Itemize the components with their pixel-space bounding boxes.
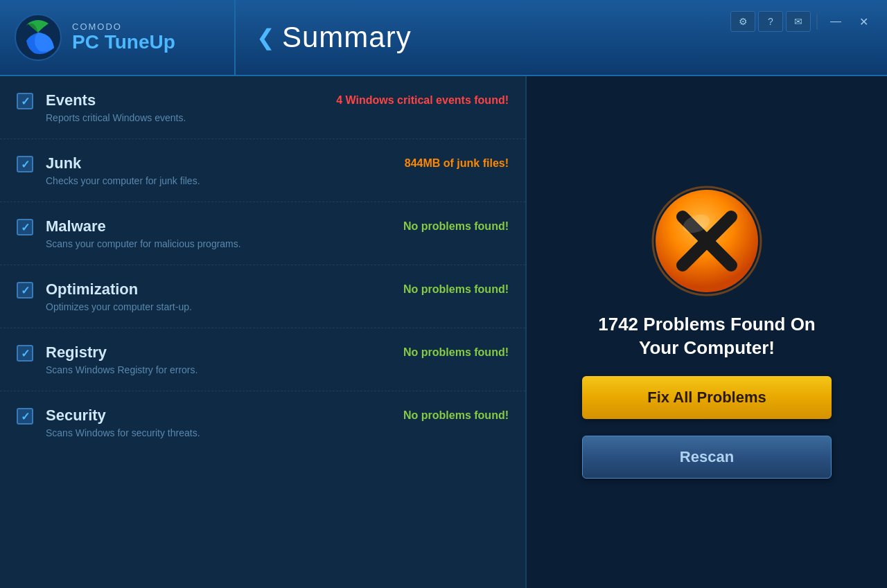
item-title-registry: Registry — [46, 344, 403, 362]
item-desc-security: Scans Windows for security threats. — [46, 427, 403, 438]
item-info-junk: Junk Checks your computer for junk files… — [46, 154, 405, 186]
item-title-events: Events — [46, 91, 336, 109]
checkbox-junk[interactable]: ✓ — [17, 156, 33, 172]
checkbox-control-junk[interactable]: ✓ — [17, 156, 33, 172]
item-status-events: 4 Windows critical events found! — [336, 94, 509, 107]
item-info-registry: Registry Scans Windows Registry for erro… — [46, 344, 403, 375]
titlebar: COMODO PC TuneUp ❮ Summary ⚙ ? ✉ — ✕ — [0, 0, 887, 76]
checkbox-control-security[interactable]: ✓ — [17, 408, 33, 425]
item-info-events: Events Reports critical Windows events. — [46, 91, 336, 123]
checkbox-control-optimization[interactable]: ✓ — [17, 282, 33, 299]
back-arrow-icon[interactable]: ❮ — [256, 26, 275, 48]
item-status-junk: 844MB of junk files! — [405, 157, 509, 170]
checkbox-security[interactable]: ✓ — [17, 408, 33, 425]
scan-item-events: ✓ Events Reports critical Windows events… — [0, 76, 525, 139]
item-status-registry: No problems found! — [403, 346, 509, 359]
settings-button[interactable]: ⚙ — [730, 11, 755, 32]
scan-item-optimization: ✓ Optimization Optimizes your computer s… — [0, 265, 525, 328]
scan-item-registry: ✓ Registry Scans Windows Registry for er… — [0, 328, 525, 391]
feedback-button[interactable]: ✉ — [786, 11, 811, 32]
item-status-malware: No problems found! — [403, 220, 509, 233]
item-info-optimization: Optimization Optimizes your computer sta… — [46, 280, 403, 312]
scan-item-junk: ✓ Junk Checks your computer for junk fil… — [0, 139, 525, 202]
problem-icon-container — [651, 186, 762, 296]
problem-x-icon — [651, 186, 762, 296]
app-logo-icon — [14, 13, 62, 62]
item-desc-events: Reports critical Windows events. — [46, 112, 336, 123]
item-desc-malware: Scans your computer for malicious progra… — [46, 238, 403, 249]
logo-area: COMODO PC TuneUp — [0, 0, 236, 75]
checkbox-check-icon: ✓ — [21, 347, 30, 360]
item-status-security: No problems found! — [403, 409, 509, 422]
checkbox-check-icon: ✓ — [21, 158, 30, 171]
checkbox-control-registry[interactable]: ✓ — [17, 345, 33, 362]
rescan-button[interactable]: Rescan — [582, 436, 832, 479]
page-title: Summary — [282, 21, 412, 54]
scan-item-malware: ✓ Malware Scans your computer for malici… — [0, 202, 525, 265]
item-title-optimization: Optimization — [46, 280, 403, 299]
item-title-security: Security — [46, 407, 403, 425]
checkbox-check-icon: ✓ — [21, 95, 30, 108]
close-button[interactable]: ✕ — [851, 11, 876, 32]
checkbox-check-icon: ✓ — [21, 410, 30, 423]
item-desc-optimization: Optimizes your computer start-up. — [46, 301, 403, 312]
item-desc-registry: Scans Windows Registry for errors. — [46, 364, 403, 375]
right-panel: 1742 Problems Found On Your Computer! Fi… — [527, 76, 887, 588]
main-content: ✓ Events Reports critical Windows events… — [0, 76, 887, 588]
app-name-label: PC TuneUp — [72, 32, 175, 53]
checkbox-control-events[interactable]: ✓ — [17, 93, 33, 109]
checkbox-events[interactable]: ✓ — [17, 93, 33, 109]
item-title-malware: Malware — [46, 217, 403, 235]
checkbox-check-icon: ✓ — [21, 221, 30, 234]
item-desc-junk: Checks your computer for junk files. — [46, 175, 405, 186]
controls-divider — [816, 13, 818, 30]
brand-label: COMODO — [72, 21, 175, 32]
scan-item-security: ✓ Security Scans Windows for security th… — [0, 391, 525, 454]
item-title-junk: Junk — [46, 154, 405, 172]
left-panel: ✓ Events Reports critical Windows events… — [0, 76, 527, 588]
minimize-button[interactable]: — — [823, 11, 848, 32]
item-info-malware: Malware Scans your computer for maliciou… — [46, 217, 403, 249]
checkbox-malware[interactable]: ✓ — [17, 219, 33, 235]
checkbox-control-malware[interactable]: ✓ — [17, 219, 33, 235]
item-info-security: Security Scans Windows for security thre… — [46, 407, 403, 438]
fix-all-problems-button[interactable]: Fix All Problems — [582, 376, 832, 419]
checkbox-registry[interactable]: ✓ — [17, 345, 33, 362]
help-button[interactable]: ? — [758, 11, 783, 32]
checkbox-optimization[interactable]: ✓ — [17, 282, 33, 299]
checkbox-check-icon: ✓ — [21, 284, 30, 297]
item-status-optimization: No problems found! — [403, 283, 509, 296]
window-controls: ⚙ ? ✉ — ✕ — [730, 11, 876, 32]
problem-message: 1742 Problems Found On Your Computer! — [598, 313, 816, 360]
logo-text: COMODO PC TuneUp — [72, 21, 175, 53]
